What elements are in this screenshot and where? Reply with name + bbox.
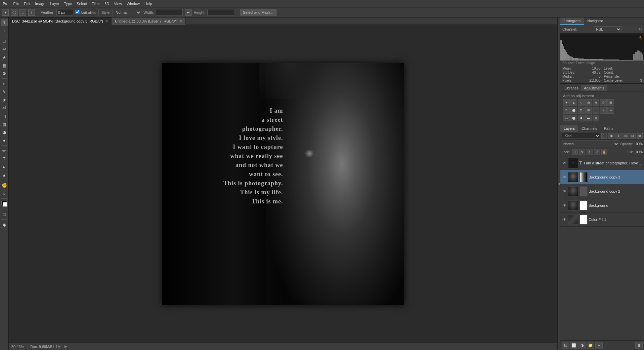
paths-tab-btn[interactable]: Paths <box>601 125 617 132</box>
pen-tool[interactable]: ✏ <box>1 147 8 154</box>
delete-layer-btn[interactable]: 🗑 <box>635 342 643 349</box>
layer-blend-mode[interactable]: Normal Multiply Screen Overlay <box>562 141 619 147</box>
zoom-tool[interactable]: ○ <box>1 190 8 197</box>
filter-toggle[interactable]: ⊞ <box>637 133 643 139</box>
move-tool[interactable]: ⇧ <box>1 19 8 26</box>
tab-1-close[interactable]: ✕ <box>179 19 182 23</box>
menu-filter[interactable]: Filter <box>92 2 100 6</box>
marquee-tool[interactable]: □ <box>1 37 8 45</box>
crop-tool[interactable]: ▦ <box>1 62 8 69</box>
type-tool[interactable]: T <box>1 155 8 162</box>
height-input[interactable] <box>207 9 234 16</box>
lock-position-btn[interactable]: ↕ <box>587 149 593 155</box>
libraries-tab[interactable]: Libraries <box>562 85 581 91</box>
dodge-tool[interactable]: ● <box>1 137 8 144</box>
eraser-tool[interactable]: ◻ <box>1 112 8 120</box>
channel-select[interactable]: RGB Red Green Blue <box>595 26 621 32</box>
eyedropper-tool[interactable]: ⚙ <box>1 70 8 77</box>
gradient-tool[interactable]: ▩ <box>1 120 8 128</box>
marquee-tool-icon[interactable]: ■ <box>2 9 9 16</box>
pixel-layer-filter[interactable]: ⬛ <box>601 133 607 139</box>
threshold-btn[interactable]: ⊿ <box>607 107 614 114</box>
brush-tool[interactable]: ✎ <box>1 88 8 95</box>
new-layer-btn[interactable]: + <box>595 342 603 349</box>
lock-image-btn[interactable]: ✎ <box>579 149 585 155</box>
gradient-map-btn[interactable]: ▭ <box>563 115 570 121</box>
shape-layer-filter[interactable]: ▭ <box>622 133 629 139</box>
artboard-tool[interactable]: ◦ <box>1 27 8 34</box>
foreground-color[interactable] <box>1 200 8 207</box>
menu-3d[interactable]: 3D <box>104 2 109 6</box>
layer-vis-color-fill[interactable]: 👁 <box>562 217 567 222</box>
histogram-tab[interactable]: Histogram <box>560 17 584 25</box>
adjustment-layer-filter[interactable]: ◑ <box>608 133 614 139</box>
menu-window[interactable]: Window <box>127 2 140 6</box>
layer-fx-btn[interactable]: fx <box>562 342 569 349</box>
layer-item-text[interactable]: 👁 T T I am a street photographer. I love… <box>560 156 644 170</box>
histogram-refresh-icon[interactable]: ↻ <box>639 27 642 32</box>
bw-btn[interactable]: B <box>563 107 570 114</box>
tab-1[interactable]: Untitled-1 @ 33.3% (Layer 7, RGB/8*) ✕ <box>112 17 186 25</box>
navigator-tab[interactable]: Navigator <box>584 17 606 25</box>
channels-tab-btn[interactable]: Channels <box>578 125 600 132</box>
curves-btn[interactable]: ∿ <box>578 99 585 106</box>
layer-item-bg-copy2[interactable]: 👁 Background copy 2 <box>560 184 644 198</box>
menu-image[interactable]: Image <box>35 2 45 6</box>
invert-btn[interactable]: ⬛ <box>593 107 599 114</box>
layer-kind-filter[interactable]: Kind Name Effect Mode Attribute Color <box>562 133 600 139</box>
photo-filter-btn[interactable]: ⬤ <box>570 107 577 114</box>
quick-mask-mode[interactable]: □ <box>1 210 8 218</box>
single-row-marquee-icon[interactable]: ⎯ <box>19 9 26 16</box>
gradient-fill-btn[interactable]: ▬ <box>585 115 592 121</box>
opacity-value[interactable]: 100% <box>634 142 643 146</box>
solid-color-btn[interactable]: ■ <box>578 115 585 121</box>
ellipse-marquee-icon[interactable]: ◯ <box>11 9 17 16</box>
tab-0-close[interactable]: ✕ <box>105 19 108 23</box>
channel-mixer-btn[interactable]: ⊡ <box>578 107 585 114</box>
exposure-btn[interactable]: ◑ <box>585 99 592 106</box>
layer-vis-bg[interactable]: 👁 <box>562 203 567 208</box>
tab-0[interactable]: DSC_3442.psd @ 50.4% (Background copy 3,… <box>9 17 112 25</box>
menu-select[interactable]: Select <box>77 2 87 6</box>
lock-pixels-btn[interactable]: □ <box>572 149 578 155</box>
quick-select-tool[interactable]: ★ <box>1 53 8 61</box>
color-lookup-btn[interactable]: ⊟ <box>585 107 592 114</box>
menu-view[interactable]: View <box>114 2 122 6</box>
menu-edit[interactable]: Edit <box>24 2 30 6</box>
levels-btn[interactable]: ▲ <box>570 99 577 106</box>
expand-status-arrow[interactable]: ▶ <box>65 344 67 349</box>
histogram-warning-icon[interactable]: ⚠ <box>638 35 643 40</box>
layer-item-color-fill[interactable]: 👁 Color Fill 1 <box>560 212 644 227</box>
select-and-mask-button[interactable]: Select and Mask... <box>240 9 276 16</box>
posterize-btn[interactable]: ≡ <box>600 107 607 114</box>
lasso-tool[interactable]: ↩ <box>1 45 8 53</box>
menu-layer[interactable]: Layer <box>50 2 59 6</box>
clone-stamp-tool[interactable]: ★ <box>1 96 8 104</box>
pattern-fill-btn[interactable]: ⧖ <box>593 115 599 121</box>
single-col-marquee-icon[interactable]: | <box>28 9 35 16</box>
layer-mask-btn[interactable]: ⬜ <box>570 342 577 349</box>
adjustments-tab[interactable]: Adjustments <box>581 85 607 91</box>
width-input[interactable] <box>156 9 183 16</box>
screen-mode-icon[interactable]: ◆ <box>1 221 8 228</box>
type-layer-filter[interactable]: T <box>615 133 621 139</box>
layer-vis-text[interactable]: 👁 <box>562 160 567 166</box>
brightness-contrast-btn[interactable]: ☀ <box>563 99 570 106</box>
menu-type[interactable]: Type <box>64 2 72 6</box>
panel-collapse-bar[interactable]: ◀ <box>557 17 560 350</box>
layer-vis-bg-copy3[interactable]: 👁 <box>562 174 567 180</box>
smart-object-filter[interactable]: ⊡ <box>630 133 636 139</box>
path-select-tool[interactable]: ▸ <box>1 163 8 170</box>
layer-item-bg-copy3[interactable]: 👁 Background copy 3 <box>560 170 644 184</box>
anti-alias-checkbox[interactable] <box>75 10 80 14</box>
style-select[interactable]: Normal Fixed Ratio Fixed Size <box>113 9 141 16</box>
feather-input[interactable] <box>56 9 73 16</box>
lock-all-btn[interactable]: 🔒 <box>601 149 607 155</box>
new-group-btn[interactable]: 📁 <box>587 342 594 349</box>
lock-artboards-btn[interactable]: ☑ <box>594 149 600 155</box>
blur-tool[interactable]: ◕ <box>1 128 8 136</box>
fill-value[interactable]: 100% <box>634 150 643 154</box>
menu-file[interactable]: File <box>13 2 19 6</box>
layer-item-bg[interactable]: 👁 Background <box>560 198 644 212</box>
healing-brush-tool[interactable]: ○ <box>1 80 8 87</box>
